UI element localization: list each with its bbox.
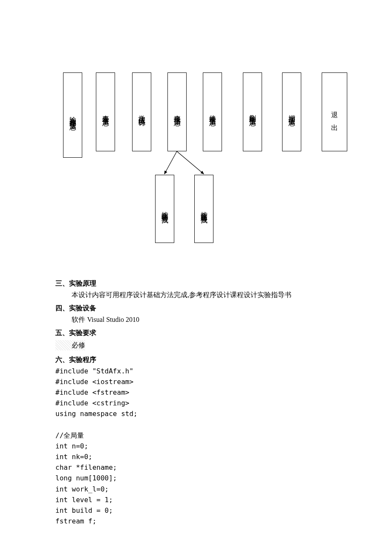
box-label: 按学生姓名查找: [199, 206, 208, 212]
code-line: int work_l=0;: [55, 484, 337, 494]
box-label: 按学生学号查找: [160, 206, 169, 212]
box-input-store: 输入和储存学生信息: [63, 72, 82, 158]
box-modify: 修改学生信息: [203, 72, 222, 151]
box-exit: 退出: [322, 72, 347, 151]
para-5: 必修: [55, 340, 85, 350]
box-label: 退出: [330, 93, 339, 131]
box-label: 查找学生信息: [173, 110, 182, 115]
code-line: int build = 0;: [55, 506, 337, 515]
code-line: fstream f;: [55, 516, 337, 526]
heading-6: 六、实验程序: [55, 356, 337, 364]
code-line: //全局量: [55, 431, 337, 440]
box-label: 查看学生信息: [101, 110, 110, 115]
para-3: 本设计内容可用程序设计基础方法完成,参考程序设计课程设计实验指导书: [72, 290, 337, 300]
box-label: 学生成绩统计: [137, 110, 146, 115]
svg-line-1: [177, 151, 204, 174]
code-line: #include "StdAfx.h": [55, 366, 337, 376]
heading-4: 四、实验设备: [55, 304, 337, 313]
code-line: int n=0;: [55, 441, 337, 451]
box-label: 修改学生信息: [208, 110, 217, 115]
flow-diagram: 输入和储存学生信息 查看学生信息 学生成绩统计 查找学生信息 修改学生信息 删除…: [55, 72, 349, 254]
heading-3: 三、实验原理: [55, 279, 337, 288]
code-line: int level = 1;: [55, 495, 337, 505]
code-line: int nk=0;: [55, 452, 337, 462]
heading-5: 五、实验要求: [55, 329, 337, 338]
code-line: long num[1000];: [55, 473, 337, 483]
code-line: char *filename;: [55, 462, 337, 472]
box-label: 增加学生信息: [287, 110, 296, 115]
code-line: #include <cstring>: [55, 398, 337, 408]
box-search: 查找学生信息: [167, 72, 187, 151]
code-block: #include "StdAfx.h"#include <iostream>#i…: [55, 366, 337, 526]
svg-line-0: [164, 151, 177, 174]
code-line: #include <fstream>: [55, 387, 337, 397]
para-4: 软件 Visual Studio 2010: [72, 315, 337, 324]
box-search-by-id: 按学生学号查找: [155, 175, 174, 243]
box-add: 增加学生信息: [282, 72, 301, 151]
box-view: 查看学生信息: [96, 72, 115, 151]
code-line: #include <iostream>: [55, 377, 337, 387]
code-line: [55, 420, 337, 430]
box-label: 输入和储存学生信息: [68, 111, 77, 119]
box-search-by-name: 按学生姓名查找: [194, 175, 213, 243]
code-line: using namespace std;: [55, 409, 337, 419]
box-stats: 学生成绩统计: [132, 72, 151, 151]
box-delete: 删除学生信息: [243, 72, 262, 151]
text-section: 三、实验原理 本设计内容可用程序设计基础方法完成,参考程序设计课程设计实验指导书…: [55, 279, 337, 526]
box-label: 删除学生信息: [248, 110, 257, 115]
